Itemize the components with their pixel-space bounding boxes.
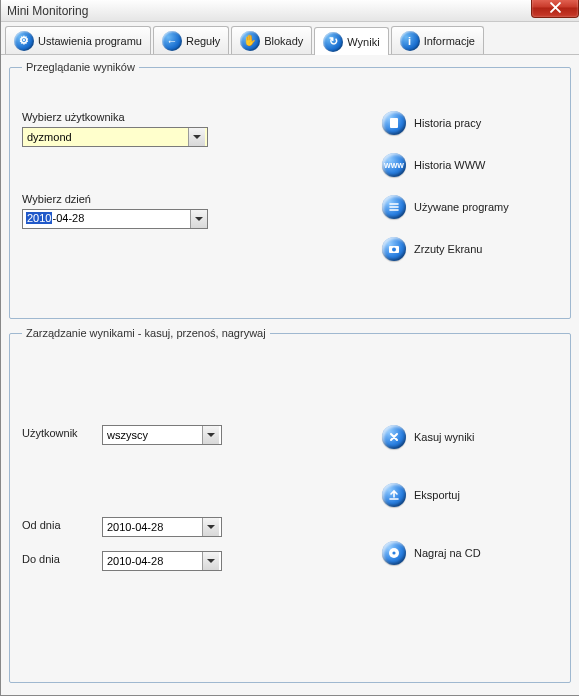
action-burn-cd[interactable]: Nagraj na CD bbox=[382, 541, 481, 565]
svg-point-2 bbox=[392, 248, 396, 252]
action-label: Zrzuty Ekranu bbox=[414, 243, 482, 255]
day-selected-part: 2010 bbox=[26, 212, 52, 224]
to-label: Do dnia bbox=[22, 553, 102, 565]
day-rest-part: -04-28 bbox=[52, 212, 84, 224]
manage-group: Zarządzanie wynikami - kasuj, przenoś, n… bbox=[9, 327, 571, 683]
tab-label: Informacje bbox=[424, 35, 475, 47]
tab-settings[interactable]: ⚙ Ustawienia programu bbox=[5, 26, 151, 54]
browse-group: Przeglądanie wyników Wybierz użytkownika… bbox=[9, 61, 571, 319]
chevron-down-icon[interactable] bbox=[190, 210, 207, 228]
window-title: Mini Monitoring bbox=[7, 4, 88, 18]
refresh-icon: ↻ bbox=[323, 32, 343, 52]
www-icon: WWW bbox=[382, 153, 406, 177]
tab-label: Wyniki bbox=[347, 36, 379, 48]
camera-icon bbox=[382, 237, 406, 261]
svg-rect-0 bbox=[390, 118, 398, 128]
to-date[interactable] bbox=[102, 551, 222, 571]
list-icon bbox=[382, 195, 406, 219]
user-label: Wybierz użytkownika bbox=[22, 111, 342, 123]
to-date-value[interactable] bbox=[103, 552, 202, 570]
from-label: Od dnia bbox=[22, 519, 102, 531]
tab-info[interactable]: i Informacje bbox=[391, 26, 484, 54]
from-date-value[interactable] bbox=[103, 518, 202, 536]
titlebar: Mini Monitoring bbox=[1, 0, 579, 22]
user-select[interactable] bbox=[22, 127, 208, 147]
wrench-icon: ⚙ bbox=[14, 31, 34, 51]
delete-icon bbox=[382, 425, 406, 449]
content-area: Przeglądanie wyników Wybierz użytkownika… bbox=[1, 55, 579, 695]
action-history-work[interactable]: Historia pracy bbox=[382, 111, 509, 135]
tab-bar: ⚙ Ustawienia programu ← Reguły ✋ Blokady… bbox=[1, 22, 579, 55]
user-select-value[interactable] bbox=[23, 128, 188, 146]
browse-action-list: Historia pracy WWW Historia WWW Używane … bbox=[382, 111, 509, 261]
action-delete[interactable]: Kasuj wyniki bbox=[382, 425, 481, 449]
manage-user-label: Użytkownik bbox=[22, 427, 102, 439]
document-icon bbox=[382, 111, 406, 135]
app-window: Mini Monitoring ⚙ Ustawienia programu ← … bbox=[0, 0, 579, 696]
manage-action-list: Kasuj wyniki Eksportuj Nagraj na CD bbox=[382, 425, 481, 573]
action-label: Historia WWW bbox=[414, 159, 486, 171]
cd-icon bbox=[382, 541, 406, 565]
tab-results[interactable]: ↻ Wyniki bbox=[314, 27, 388, 55]
action-label: Używane programy bbox=[414, 201, 509, 213]
arrow-left-icon: ← bbox=[162, 31, 182, 51]
manage-legend: Zarządzanie wynikami - kasuj, przenoś, n… bbox=[22, 327, 270, 339]
tab-blocks[interactable]: ✋ Blokady bbox=[231, 26, 312, 54]
action-label: Historia pracy bbox=[414, 117, 481, 129]
day-label: Wybierz dzień bbox=[22, 193, 342, 205]
action-label: Nagraj na CD bbox=[414, 547, 481, 559]
from-date[interactable] bbox=[102, 517, 222, 537]
hand-icon: ✋ bbox=[240, 31, 260, 51]
day-select[interactable]: 2010-04-28 bbox=[22, 209, 208, 229]
browse-legend: Przeglądanie wyników bbox=[22, 61, 139, 73]
manage-user-select[interactable] bbox=[102, 425, 222, 445]
close-icon bbox=[550, 2, 561, 13]
chevron-down-icon[interactable] bbox=[202, 518, 219, 536]
chevron-down-icon[interactable] bbox=[188, 128, 205, 146]
export-icon bbox=[382, 483, 406, 507]
close-button[interactable] bbox=[531, 0, 579, 18]
info-icon: i bbox=[400, 31, 420, 51]
action-history-www[interactable]: WWW Historia WWW bbox=[382, 153, 509, 177]
action-label: Kasuj wyniki bbox=[414, 431, 475, 443]
chevron-down-icon[interactable] bbox=[202, 552, 219, 570]
action-export[interactable]: Eksportuj bbox=[382, 483, 481, 507]
tab-rules[interactable]: ← Reguły bbox=[153, 26, 229, 54]
chevron-down-icon[interactable] bbox=[202, 426, 219, 444]
tab-label: Reguły bbox=[186, 35, 220, 47]
manage-user-value[interactable] bbox=[103, 426, 202, 444]
action-screenshots[interactable]: Zrzuty Ekranu bbox=[382, 237, 509, 261]
action-label: Eksportuj bbox=[414, 489, 460, 501]
tab-label: Blokady bbox=[264, 35, 303, 47]
svg-point-4 bbox=[392, 551, 395, 554]
tab-label: Ustawienia programu bbox=[38, 35, 142, 47]
action-used-programs[interactable]: Używane programy bbox=[382, 195, 509, 219]
